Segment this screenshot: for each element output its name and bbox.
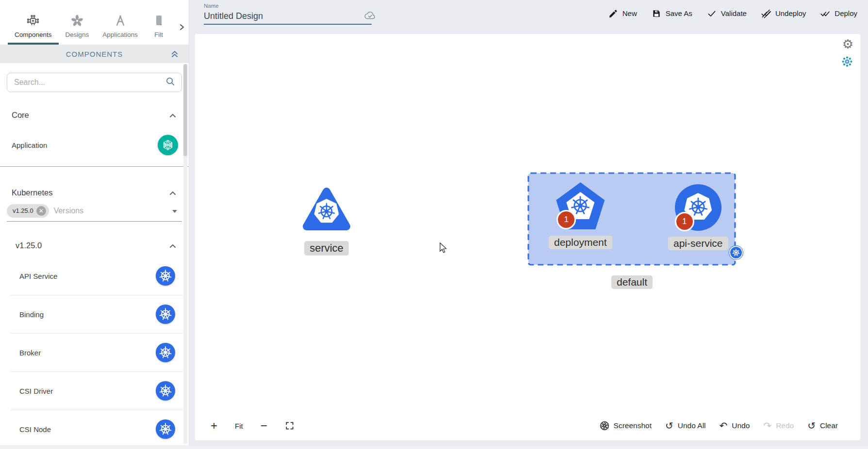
double-check-icon bbox=[820, 9, 830, 18]
deploy-button[interactable]: Deploy bbox=[820, 9, 857, 18]
components-chip-icon bbox=[26, 14, 40, 28]
cloud-sync-icon[interactable] bbox=[364, 11, 377, 20]
node-deployment[interactable]: 1 deployment bbox=[549, 182, 612, 249]
palette-item-broker[interactable]: Broker bbox=[0, 334, 189, 371]
double-check-slash-icon bbox=[761, 9, 771, 18]
version-chip-label: v1.25.0 bbox=[13, 207, 33, 214]
core-section-header[interactable]: Core bbox=[0, 111, 189, 120]
tab-designs[interactable]: Designs bbox=[59, 14, 96, 45]
rotate-left-icon: ↺ bbox=[807, 421, 816, 431]
replica-count-badge: 1 bbox=[675, 212, 694, 231]
fit-button[interactable]: Fit bbox=[235, 422, 243, 430]
palette-item-csi-node[interactable]: CSI Node bbox=[0, 410, 189, 448]
palette-item-csi-driver[interactable]: CSI Driver bbox=[0, 372, 189, 410]
clear-button[interactable]: ↺ Clear bbox=[807, 421, 838, 431]
node-service[interactable]: service bbox=[302, 186, 351, 256]
check-icon bbox=[707, 9, 717, 18]
deployment-pentagon-icon: 1 bbox=[555, 182, 606, 231]
deploy-button-label: Deploy bbox=[835, 9, 857, 17]
namespace-label: default bbox=[611, 275, 653, 289]
undo-label: Undo bbox=[732, 421, 750, 430]
sidebar-scrollbar[interactable] bbox=[183, 64, 187, 444]
undo-arrow-icon: ↶ bbox=[720, 421, 728, 431]
dropdown-caret-icon[interactable] bbox=[172, 210, 177, 213]
window-bottom-scrollbar[interactable] bbox=[0, 445, 868, 449]
meshmap-design-page: Components Designs bbox=[0, 0, 868, 449]
name-field-label: Name bbox=[204, 3, 372, 9]
chevron-up-icon bbox=[168, 242, 177, 249]
component-list: API Service Binding Broker CSI Driver bbox=[0, 257, 189, 448]
palette-item-api-service[interactable]: API Service bbox=[0, 257, 189, 295]
undo-all-label: Undo All bbox=[678, 421, 706, 430]
filters-book-icon bbox=[151, 14, 166, 28]
designs-pinwheel-icon bbox=[70, 14, 84, 28]
section-divider bbox=[0, 166, 189, 167]
kubernetes-section-header[interactable]: Kubernetes bbox=[0, 188, 189, 197]
canvas-actionbar: Screenshot ↺ Undo All ↶ Undo ↷ Redo ↺ Cl… bbox=[600, 418, 838, 433]
item-label: CSI Driver bbox=[19, 387, 53, 395]
design-name-input[interactable] bbox=[204, 10, 372, 24]
kubernetes-icon bbox=[156, 343, 175, 362]
panel-title-bar: COMPONENTS bbox=[0, 45, 189, 63]
item-label: Binding bbox=[19, 310, 44, 319]
replica-count-badge: 1 bbox=[557, 210, 576, 229]
validate-button-label: Validate bbox=[721, 9, 747, 17]
scrollbar-thumb[interactable] bbox=[183, 64, 187, 156]
floppy-save-icon bbox=[652, 9, 661, 18]
group-kubernetes-badge-icon[interactable] bbox=[729, 246, 743, 259]
new-button[interactable]: New bbox=[608, 9, 637, 18]
group-namespace-default[interactable]: 1 deployment 1 api-service bbox=[527, 172, 736, 266]
applications-compass-icon bbox=[113, 14, 128, 28]
node-label: api-service bbox=[668, 237, 728, 250]
screenshot-label: Screenshot bbox=[614, 421, 652, 430]
node-api-service[interactable]: 1 api-service bbox=[668, 184, 728, 250]
item-label: CSI Node bbox=[19, 425, 51, 433]
canvas-settings-gear-icon[interactable]: ⚙ bbox=[842, 38, 853, 50]
node-label: deployment bbox=[549, 236, 612, 249]
api-service-circle-icon: 1 bbox=[675, 184, 721, 231]
zoom-out-button[interactable]: − bbox=[261, 420, 267, 432]
search-input[interactable] bbox=[13, 78, 165, 87]
tabs-overflow-chevron-right-icon[interactable] bbox=[178, 23, 186, 31]
tab-components[interactable]: Components bbox=[8, 14, 59, 45]
version-group-header[interactable]: v1.25.0 bbox=[0, 241, 189, 250]
design-name-field: Name bbox=[204, 3, 372, 25]
service-triangle-icon bbox=[302, 186, 351, 233]
chevron-up-icon bbox=[168, 112, 177, 119]
palette-item-application[interactable]: Application bbox=[0, 127, 189, 163]
tab-designs-label: Designs bbox=[66, 31, 89, 38]
version-chip[interactable]: v1.25.0 ✕ bbox=[7, 204, 49, 218]
application-item-label: Application bbox=[12, 141, 47, 149]
zoom-in-button[interactable]: + bbox=[211, 420, 217, 432]
redo-arrow-icon: ↷ bbox=[763, 421, 771, 431]
undo-button[interactable]: ↶ Undo bbox=[720, 421, 750, 431]
search-icon[interactable] bbox=[165, 76, 176, 89]
design-actions: New Save As bbox=[608, 0, 857, 27]
palette-item-binding[interactable]: Binding bbox=[0, 295, 189, 333]
pencil-icon bbox=[608, 9, 618, 18]
chip-close-icon[interactable]: ✕ bbox=[36, 206, 46, 216]
collapse-panel-double-chevron-icon[interactable] bbox=[170, 49, 179, 58]
validate-button[interactable]: Validate bbox=[707, 9, 747, 18]
screenshot-button[interactable]: Screenshot bbox=[600, 421, 652, 431]
kubernetes-icon bbox=[156, 381, 175, 401]
undo-all-button[interactable]: ↺ Undo All bbox=[665, 421, 706, 431]
panel-title: COMPONENTS bbox=[66, 50, 123, 58]
clear-label: Clear bbox=[820, 421, 838, 430]
kubernetes-versions-select[interactable]: v1.25.0 ✕ Versions bbox=[7, 202, 182, 222]
tab-components-label: Components bbox=[15, 31, 52, 38]
tab-filters[interactable]: Filt bbox=[145, 14, 173, 45]
design-header: Name New bbox=[189, 0, 868, 30]
redo-label: Redo bbox=[776, 421, 794, 430]
chevron-up-icon bbox=[168, 190, 177, 196]
undeploy-button[interactable]: Undeploy bbox=[761, 9, 806, 18]
undeploy-button-label: Undeploy bbox=[775, 9, 806, 17]
save-as-button[interactable]: Save As bbox=[652, 9, 692, 18]
tab-filters-label: Filt bbox=[154, 31, 163, 38]
rotate-left-icon: ↺ bbox=[665, 421, 673, 431]
design-canvas[interactable]: ⚙ bbox=[195, 34, 860, 440]
redo-button[interactable]: ↷ Redo bbox=[763, 421, 794, 431]
fullscreen-icon[interactable] bbox=[285, 421, 295, 431]
tab-applications[interactable]: Applications bbox=[96, 14, 145, 45]
kubernetes-cluster-chip-icon[interactable] bbox=[842, 56, 852, 67]
